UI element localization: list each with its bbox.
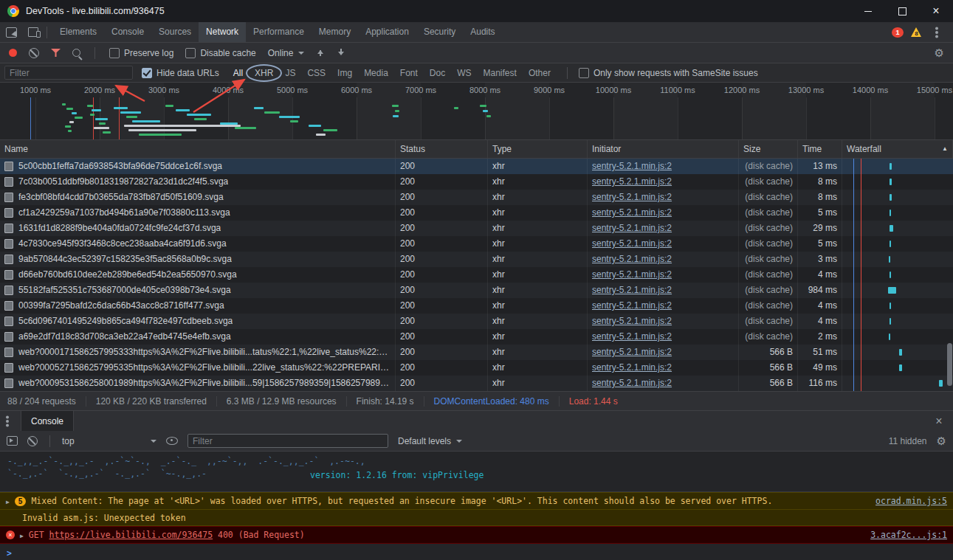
request-url-link[interactable]: https://live.bilibili.com/936475: [49, 530, 213, 540]
panel-tab[interactable]: Sources: [151, 22, 199, 42]
request-row[interactable]: 4c7830ce945f93f3468c8cec238aaba4ca6f91d6…: [0, 236, 953, 252]
file-icon: [4, 224, 13, 233]
initiator-link[interactable]: sentry-5.2.1.min.js:2: [592, 331, 672, 342]
initiator-link[interactable]: sentry-5.2.1.min.js:2: [592, 316, 672, 326]
device-toolbar-button[interactable]: [22, 22, 44, 42]
record-network-log-button[interactable]: [9, 49, 17, 57]
panel-tab[interactable]: Security: [416, 22, 463, 42]
disable-cache-checkbox[interactable]: Disable cache: [185, 48, 255, 58]
panel-tab[interactable]: Network: [199, 22, 246, 42]
export-har-icon[interactable]: [337, 48, 345, 58]
request-row[interactable]: fe3cbf08bfd4cdd7b03655da783fb87d50f51609…: [0, 190, 953, 205]
request-row[interactable]: cf1a2429259a71037bd494b61a90e7f03880c113…: [0, 205, 953, 221]
network-settings-gear-icon[interactable]: [935, 47, 944, 59]
request-row[interactable]: a69e2df7d18c83d708ca3eb22a47edb4745e4efb…: [0, 329, 953, 345]
request-row[interactable]: 00399fa7295bafd2c6dac66b43acc8c8716ff477…: [0, 298, 953, 314]
request-type-pill[interactable]: Manifest: [478, 66, 522, 80]
column-header-type[interactable]: Type: [488, 140, 588, 158]
request-row[interactable]: 5c00cbb1feffa7da6938543bfa96de75ddce1c6f…: [0, 159, 953, 174]
console-sidebar-icon[interactable]: [7, 436, 18, 446]
column-header-name[interactable]: Name: [0, 140, 396, 158]
request-row[interactable]: 1631fd1d8288f9be404a0fda0724fc9fe24cf37d…: [0, 221, 953, 236]
console-drawer-tab[interactable]: Console: [21, 411, 74, 431]
import-har-icon[interactable]: [316, 48, 325, 58]
log-levels-select[interactable]: Default levels: [398, 436, 462, 446]
drawer-menu-icon[interactable]: [6, 420, 9, 423]
request-row[interactable]: web?0009531586258001989https%3A%2F%2Fliv…: [0, 376, 953, 391]
inspect-element-button[interactable]: [0, 22, 22, 42]
request-type-pill[interactable]: All: [228, 66, 248, 80]
column-header-initiator[interactable]: Initiator: [588, 140, 739, 158]
network-overview-timeline[interactable]: 1000 ms 2000 ms 3000 ms 4000 ms 5000 ms: [0, 83, 953, 140]
preserve-log-checkbox[interactable]: Preserve log: [109, 48, 173, 58]
main-menu-icon[interactable]: [935, 31, 938, 34]
context-selector[interactable]: top: [62, 436, 156, 446]
hide-data-urls-checkbox[interactable]: Hide data URLs: [142, 68, 219, 78]
column-header-time[interactable]: Time: [798, 140, 842, 158]
minimize-button[interactable]: [851, 0, 885, 22]
initiator-link[interactable]: sentry-5.2.1.min.js:2: [592, 300, 672, 311]
expand-triangle-icon[interactable]: [20, 530, 24, 540]
initiator-link[interactable]: sentry-5.2.1.min.js:2: [592, 362, 672, 373]
error-count-badge[interactable]: 1: [892, 27, 904, 38]
panel-tab[interactable]: Console: [104, 22, 151, 42]
column-header-status[interactable]: Status: [396, 140, 488, 158]
request-row[interactable]: 7c03b0051ddbf9b8018319872827a23d1dc2f4f5…: [0, 174, 953, 190]
column-header-waterfall[interactable]: Waterfall ▲: [842, 140, 953, 158]
request-row[interactable]: d66eb760bd610dee2eb289be6ed54b2ea5650970…: [0, 267, 953, 283]
request-type-pill[interactable]: Img: [332, 66, 357, 80]
console-prompt[interactable]: >: [0, 544, 953, 560]
initiator-link[interactable]: sentry-5.2.1.min.js:2: [592, 176, 672, 187]
request-row[interactable]: 55182faf525351c753687000de405ce0398b73e4…: [0, 283, 953, 298]
initiator-link[interactable]: sentry-5.2.1.min.js:2: [592, 223, 672, 233]
console-warning-message[interactable]: Invalid asm.js: Unexpected token: [0, 510, 953, 526]
console-error-message[interactable]: GET https://live.bilibili.com/936475 400…: [0, 526, 953, 544]
panel-tab[interactable]: Performance: [246, 22, 312, 42]
panel-tab[interactable]: Elements: [52, 22, 104, 42]
request-type-pill[interactable]: Doc: [424, 66, 450, 80]
panel-tab[interactable]: Audits: [463, 22, 502, 42]
samesite-issues-checkbox[interactable]: Only show requests with SameSite issues: [579, 68, 758, 78]
column-header-size[interactable]: Size: [739, 140, 798, 158]
request-type-pill[interactable]: WS: [452, 66, 476, 80]
initiator-link[interactable]: sentry-5.2.1.min.js:2: [592, 254, 672, 264]
panel-tab[interactable]: Application: [358, 22, 416, 42]
warning-count-badge[interactable]: 8: [911, 27, 922, 37]
initiator-link[interactable]: sentry-5.2.1.min.js:2: [592, 285, 672, 295]
filter-toggle-icon[interactable]: [51, 49, 61, 57]
close-window-button[interactable]: [919, 0, 953, 22]
panel-tab[interactable]: Memory: [312, 22, 358, 42]
request-type-pill[interactable]: JS: [280, 66, 300, 80]
request-row[interactable]: 5c6d0967401495249b865ca494f782e497cdbeeb…: [0, 314, 953, 329]
initiator-link[interactable]: sentry-5.2.1.min.js:2: [592, 161, 672, 171]
clear-console-icon[interactable]: [27, 436, 38, 446]
scrollbar-thumb[interactable]: [947, 343, 952, 386]
source-link[interactable]: 3.acaf2c...js:1: [870, 530, 947, 540]
initiator-link[interactable]: sentry-5.2.1.min.js:2: [592, 238, 672, 249]
throttling-select[interactable]: Online: [268, 48, 305, 58]
clear-network-log-button[interactable]: [29, 48, 39, 58]
initiator-link[interactable]: sentry-5.2.1.min.js:2: [592, 192, 672, 202]
console-filter-input[interactable]: [187, 434, 388, 448]
request-type-pill[interactable]: Media: [359, 66, 393, 80]
request-type-pill[interactable]: Other: [523, 66, 556, 80]
initiator-link[interactable]: sentry-5.2.1.min.js:2: [592, 378, 672, 388]
request-type-pill[interactable]: CSS: [302, 66, 331, 80]
request-type-pill[interactable]: Font: [395, 66, 423, 80]
request-row[interactable]: 9ab570844c3ec52397c158235e3f5ac8568a0b9c…: [0, 252, 953, 267]
console-settings-gear-icon[interactable]: [937, 435, 946, 447]
initiator-link[interactable]: sentry-5.2.1.min.js:2: [592, 207, 672, 218]
request-row[interactable]: web?0000171586257995333https%3A%2F%2Fliv…: [0, 345, 953, 360]
maximize-button[interactable]: [885, 0, 919, 22]
search-icon[interactable]: [72, 49, 80, 57]
initiator-link[interactable]: sentry-5.2.1.min.js:2: [592, 347, 672, 357]
initiator-link[interactable]: sentry-5.2.1.min.js:2: [592, 269, 672, 280]
live-expression-eye-icon[interactable]: [166, 437, 178, 445]
network-filter-input[interactable]: [4, 66, 133, 80]
source-link[interactable]: ocrad.min.js:5: [875, 496, 947, 506]
request-type-pill[interactable]: XHR: [250, 66, 278, 80]
close-drawer-icon[interactable]: [928, 415, 950, 428]
console-warning-group[interactable]: 5 Mixed Content: The page at '<URL>' was…: [0, 492, 953, 510]
request-row[interactable]: web?0005271586257995335https%3A%2F%2Fliv…: [0, 360, 953, 376]
expand-triangle-icon[interactable]: [6, 496, 10, 506]
